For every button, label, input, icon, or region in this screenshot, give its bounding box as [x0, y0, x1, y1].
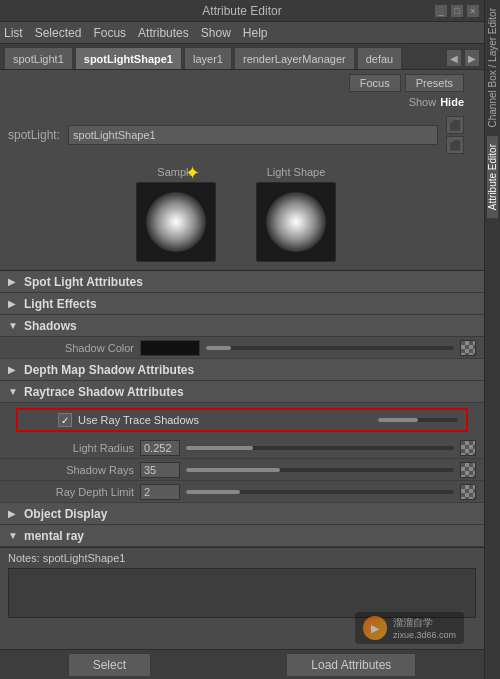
title-bar: Attribute Editor _ □ ×	[0, 0, 484, 22]
menu-attributes[interactable]: Attributes	[138, 26, 189, 40]
section-object-display[interactable]: ▶ Object Display	[0, 503, 484, 525]
light-radius-value[interactable]: 0.252	[140, 440, 180, 456]
close-button[interactable]: ×	[466, 4, 480, 18]
shadow-rays-checker[interactable]	[460, 462, 476, 478]
light-radius-checker[interactable]	[460, 440, 476, 456]
tab-renderlayermanager[interactable]: renderLayerManager	[234, 47, 355, 69]
focus-button[interactable]: Focus	[349, 74, 401, 92]
ray-depth-slider[interactable]	[186, 490, 454, 494]
channel-box-label[interactable]: Channel Box / Layer Editor	[487, 0, 498, 136]
mental-ray-title: mental ray	[24, 529, 84, 543]
light-effects-arrow: ▶	[8, 298, 18, 309]
bottom-bar: Select Load Attributes	[0, 649, 484, 679]
node-label: spotLight:	[8, 128, 60, 142]
section-depth-map[interactable]: ▶ Depth Map Shadow Attributes	[0, 359, 484, 381]
light-shape-label: Light Shape	[267, 166, 326, 178]
sample-preview: Sample	[136, 166, 216, 262]
select-button[interactable]: Select	[68, 653, 151, 677]
section-mental-ray[interactable]: ▼ mental ray	[0, 525, 484, 547]
ray-depth-value[interactable]: 2	[140, 484, 180, 500]
section-raytrace[interactable]: ▼ Raytrace Shadow Attributes	[0, 381, 484, 403]
light-node-row: spotLight: spotLightShape1 ⬛ ⬛	[0, 112, 484, 158]
menu-show[interactable]: Show	[201, 26, 231, 40]
mental-ray-arrow: ▼	[8, 530, 18, 541]
ray-depth-row: Ray Depth Limit 2	[0, 481, 484, 503]
light-radius-fill	[186, 446, 253, 450]
shadow-color-slider[interactable]	[206, 346, 454, 350]
maximize-button[interactable]: □	[450, 4, 464, 18]
watermark-logo: ▶	[363, 616, 387, 640]
tab-default[interactable]: defau	[357, 47, 403, 69]
light-effects-title: Light Effects	[24, 297, 97, 311]
hide-button[interactable]: Hide	[440, 96, 464, 108]
node-icon-bottom[interactable]: ⬛	[446, 136, 464, 154]
raytrace-checkbox-label: Use Ray Trace Shadows	[78, 414, 199, 426]
raytrace-checkbox-row: ✓ Use Ray Trace Shadows	[16, 408, 468, 432]
star-icon: ✦	[185, 162, 200, 184]
object-display-title: Object Display	[24, 507, 107, 521]
shadow-color-label: Shadow Color	[24, 342, 134, 354]
tabs-row: spotLight1 spotLightShape1 layer1 render…	[0, 44, 484, 70]
depth-map-arrow: ▶	[8, 364, 18, 375]
ray-depth-fill	[186, 490, 240, 494]
light-shape-canvas	[256, 182, 336, 262]
depth-map-title: Depth Map Shadow Attributes	[24, 363, 194, 377]
watermark-text2: zixue.3d66.com	[393, 630, 456, 640]
ray-depth-checker[interactable]	[460, 484, 476, 500]
light-radius-slider[interactable]	[186, 446, 454, 450]
notes-label: Notes: spotLightShape1	[8, 552, 476, 564]
watermark-text1: 溜溜自学	[393, 616, 456, 630]
raytrace-slider[interactable]	[378, 418, 458, 422]
raytrace-checkbox[interactable]: ✓	[58, 413, 72, 427]
tab-spotlight1[interactable]: spotLight1	[4, 47, 73, 69]
light-radius-label: Light Radius	[24, 442, 134, 454]
tab-right-arrow[interactable]: ▶	[464, 49, 480, 67]
sample-glow	[146, 192, 206, 252]
node-name-field[interactable]: spotLightShape1	[68, 125, 438, 145]
shadows-arrow: ▼	[8, 320, 18, 331]
node-icon-top[interactable]: ⬛	[446, 116, 464, 134]
watermark: ▶ 溜溜自学 zixue.3d66.com	[355, 612, 464, 644]
window-title: Attribute Editor	[202, 4, 281, 18]
light-shape-preview: Light Shape	[256, 166, 336, 262]
light-shape-glow	[266, 192, 326, 252]
minimize-button[interactable]: _	[434, 4, 448, 18]
notes-text-area[interactable]	[8, 568, 476, 618]
preview-section: ✦ Sample Light Shape	[0, 158, 484, 270]
shadow-color-checker[interactable]	[460, 340, 476, 356]
menu-selected[interactable]: Selected	[35, 26, 82, 40]
shadow-rays-fill	[186, 468, 280, 472]
shadow-rays-row: Shadow Rays 35	[0, 459, 484, 481]
checkbox-row-wrapper: ✓ Use Ray Trace Shadows	[0, 403, 484, 437]
spot-light-title: Spot Light Attributes	[24, 275, 143, 289]
menu-bar: List Selected Focus Attributes Show Help	[0, 22, 484, 44]
shadows-title: Shadows	[24, 319, 77, 333]
shadow-rays-value[interactable]: 35	[140, 462, 180, 478]
shadow-color-fill	[206, 346, 231, 350]
section-light-effects[interactable]: ▶ Light Effects	[0, 293, 484, 315]
tab-layer1[interactable]: layer1	[184, 47, 232, 69]
sample-canvas	[136, 182, 216, 262]
tab-spotlightshape1[interactable]: spotLightShape1	[75, 47, 182, 69]
ray-depth-label: Ray Depth Limit	[24, 486, 134, 498]
attribute-editor-label[interactable]: Attribute Editor	[487, 136, 498, 218]
shadow-rays-slider[interactable]	[186, 468, 454, 472]
raytrace-fill	[378, 418, 418, 422]
tab-left-arrow[interactable]: ◀	[446, 49, 462, 67]
spot-light-arrow: ▶	[8, 276, 18, 287]
menu-focus[interactable]: Focus	[93, 26, 126, 40]
shadow-color-swatch[interactable]	[140, 340, 200, 356]
load-attributes-button[interactable]: Load Attributes	[286, 653, 416, 677]
presets-button[interactable]: Presets	[405, 74, 464, 92]
side-panel: Channel Box / Layer Editor Attribute Edi…	[484, 0, 500, 679]
show-hide-label: Show	[409, 96, 437, 108]
menu-list[interactable]: List	[4, 26, 23, 40]
section-spot-light[interactable]: ▶ Spot Light Attributes	[0, 271, 484, 293]
shadow-color-row: Shadow Color	[0, 337, 484, 359]
shadow-rays-label: Shadow Rays	[24, 464, 134, 476]
object-display-arrow: ▶	[8, 508, 18, 519]
section-shadows[interactable]: ▼ Shadows	[0, 315, 484, 337]
raytrace-title: Raytrace Shadow Attributes	[24, 385, 184, 399]
menu-help[interactable]: Help	[243, 26, 268, 40]
raytrace-arrow: ▼	[8, 386, 18, 397]
